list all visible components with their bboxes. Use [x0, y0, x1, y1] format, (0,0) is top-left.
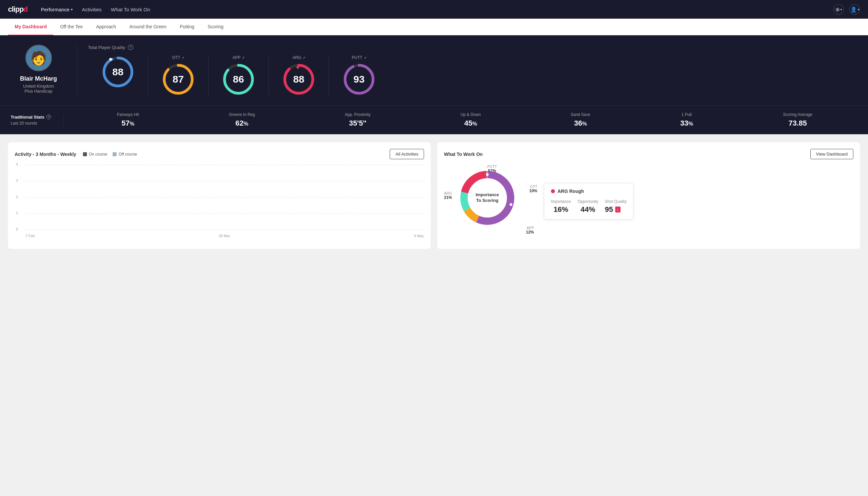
chevron-down-icon: ▾: [858, 7, 859, 11]
off-course-dot: [113, 152, 116, 156]
stat-sand-save: Sand Save 36%: [571, 112, 590, 128]
avatar: 🧑: [25, 45, 52, 71]
metric-opportunity: Opportunity 44%: [578, 199, 598, 214]
all-activities-button[interactable]: All Activities: [390, 149, 424, 159]
putt-value: 93: [353, 74, 364, 85]
score-app: APP ↗ 86: [208, 55, 269, 96]
tab-around-the-green[interactable]: Around the Green: [123, 19, 173, 35]
activity-chart: 4 3 2 1 0: [15, 165, 424, 238]
tab-putting[interactable]: Putting: [173, 19, 201, 35]
trad-help-icon[interactable]: ?: [46, 114, 51, 119]
activity-card-header: Activity - 3 Months - Weekly On course O…: [15, 149, 424, 159]
stat-fairways-hit: Fairways Hit 57%: [117, 112, 139, 128]
wtwo-detail-card: ARG Rough Importance 16% Opportunity 44%…: [544, 183, 633, 219]
activity-title: Activity - 3 Months - Weekly: [15, 152, 76, 157]
bottom-section: Activity - 3 Months - Weekly On course O…: [0, 134, 868, 257]
putt-arrow-icon: ↗: [364, 56, 366, 60]
stat-greens-in-reg: Greens In Reg 62%: [229, 112, 255, 128]
svg-text:To Scoring: To Scoring: [476, 198, 499, 203]
arg-label: ARG ↗: [293, 55, 305, 60]
app-circle: 86: [222, 63, 255, 96]
nav-performance[interactable]: Performance ▾: [41, 7, 73, 12]
wtwo-card-header: What To Work On View Dashboard: [444, 149, 853, 159]
tab-off-the-tee[interactable]: Off the Tee: [53, 19, 89, 35]
view-dashboard-button[interactable]: View Dashboard: [810, 149, 853, 159]
detail-metrics: Importance 16% Opportunity 44% Shot Qual…: [551, 199, 627, 214]
stat-1-putt: 1 Putt 33%: [680, 112, 693, 128]
score-ott: OTT ↗ 87: [148, 55, 208, 96]
tabs-bar: My Dashboard Off the Tee Approach Around…: [0, 19, 868, 35]
scores-section: Total Player Quality ? 88: [77, 45, 857, 96]
ott-circle: 87: [161, 63, 195, 96]
wtwo-content: PUTT 57% OTT 10% APP 12% ARG: [444, 165, 853, 238]
traditional-stats: Traditional Stats ? Last 20 rounds Fairw…: [0, 105, 868, 134]
app-value: 86: [233, 74, 244, 85]
donut-area: PUTT 57% OTT 10% APP 12% ARG: [444, 165, 537, 238]
app-label: APP ↗: [233, 55, 244, 60]
donut-svg-container: Importance To Scoring: [457, 168, 517, 229]
trad-sublabel: Last 20 rounds: [11, 121, 56, 126]
arg-value: 88: [293, 74, 304, 85]
metric-importance: Importance 16%: [551, 199, 571, 214]
on-course-dot: [83, 152, 87, 156]
activity-legend: On course Off course: [83, 152, 137, 157]
help-icon[interactable]: ?: [128, 45, 133, 50]
svg-point-16: [486, 173, 489, 176]
player-country: United Kingdom: [23, 83, 54, 89]
trad-title: Traditional Stats ?: [11, 114, 56, 120]
trad-label: Traditional Stats ? Last 20 rounds: [11, 114, 64, 126]
overall-dot: [109, 58, 112, 61]
tab-my-dashboard[interactable]: My Dashboard: [8, 19, 53, 35]
donut-label-putt: ARG 21%: [444, 191, 452, 200]
player-handicap: Plus Handicap: [25, 89, 53, 94]
add-button[interactable]: ⊕ ▾: [833, 4, 844, 15]
user-icon: 👤: [850, 6, 857, 13]
ott-value: 87: [173, 74, 184, 85]
ott-arrow-icon: ↗: [182, 56, 184, 60]
tab-scoring[interactable]: Scoring: [201, 19, 230, 35]
arg-circle: 88: [282, 63, 315, 96]
score-putt: PUTT ↗ 93: [329, 55, 389, 96]
overall-value: 88: [112, 66, 123, 78]
trad-items: Fairways Hit 57% Greens In Reg 62% App. …: [64, 112, 857, 128]
header: clippd Performance ▾ Activities What To …: [0, 0, 868, 19]
wtwo-title: What To Work On: [444, 152, 483, 157]
bars-container: [25, 165, 424, 230]
arg-arrow-icon: ↗: [302, 56, 305, 60]
main-nav: Performance ▾ Activities What To Work On: [41, 7, 150, 12]
header-right: ⊕ ▾ 👤 ▾: [833, 4, 860, 15]
nav-what-to-work-on[interactable]: What To Work On: [111, 7, 150, 12]
stat-app-proximity: App. Proximity 35'5": [345, 112, 370, 128]
svg-point-17: [510, 203, 512, 206]
donut-label-arg: APP 12%: [526, 226, 534, 234]
plus-icon: ⊕: [835, 6, 840, 13]
detail-title: ARG Rough: [551, 188, 627, 194]
score-circles: 88 OTT ↗ 87: [88, 55, 857, 96]
detail-dot: [551, 189, 555, 193]
x-labels: 7 Feb 28 Mar 9 May: [25, 234, 424, 238]
shot-quality-badge: ↓: [615, 206, 620, 213]
svg-point-18: [499, 221, 502, 224]
wtwo-card: What To Work On View Dashboard PUTT 57% …: [437, 142, 860, 249]
player-info: 🧑 Blair McHarg United Kingdom Plus Handi…: [11, 45, 77, 94]
tab-approach[interactable]: Approach: [89, 19, 123, 35]
user-menu[interactable]: 👤 ▾: [849, 4, 860, 15]
legend-off-course: Off course: [113, 152, 137, 157]
legend-on-course: On course: [83, 152, 107, 157]
arg-dot: [297, 66, 299, 68]
metric-shot-quality: Shot Quality 95 ↓: [605, 199, 627, 214]
svg-text:Importance: Importance: [476, 192, 499, 197]
nav-activities[interactable]: Activities: [82, 7, 101, 12]
scores-label: Total Player Quality ?: [88, 45, 857, 50]
donut-with-labels: PUTT 57% OTT 10% APP 12% ARG: [444, 165, 537, 238]
chevron-down-icon: ▾: [840, 7, 842, 11]
activity-card: Activity - 3 Months - Weekly On course O…: [8, 142, 431, 249]
hero-section: 🧑 Blair McHarg United Kingdom Plus Handi…: [0, 35, 868, 105]
player-name: Blair McHarg: [20, 75, 57, 82]
donut-svg: Importance To Scoring: [457, 168, 517, 228]
putt-label: PUTT ↗: [352, 55, 366, 60]
putt-circle: 93: [343, 63, 376, 96]
chevron-down-icon: ▾: [71, 7, 73, 11]
logo[interactable]: clippd: [8, 5, 28, 14]
overall-circle: 88: [101, 55, 135, 89]
